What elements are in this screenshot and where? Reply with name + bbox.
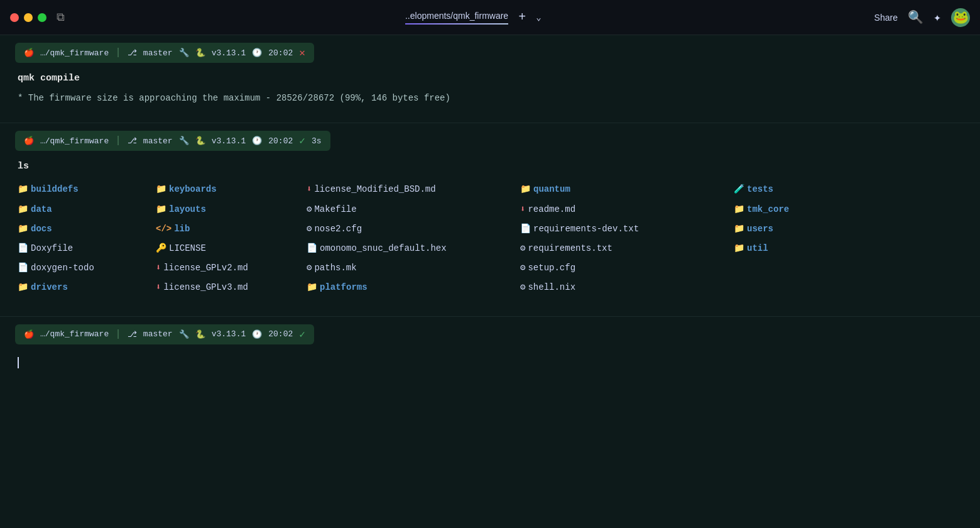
terminal-block-1: 🍎 …/qmk_firmware | ⎇ master 🔧 🐍 v3.13.1 …	[0, 35, 980, 123]
command-2: ls	[0, 158, 980, 177]
clock-icon-1: 🕐	[252, 48, 262, 58]
list-item: </>lib	[156, 221, 307, 237]
list-item: ⬇license_GPLv3.md	[156, 280, 307, 295]
list-item: 📁users	[734, 221, 859, 237]
key-icon: 🔑	[156, 241, 166, 256]
download-icon: ⬇	[156, 280, 161, 295]
terminal-block-3: 🍎 …/qmk_firmware | ⎇ master 🔧 🐍 v3.13.1 …	[0, 317, 980, 388]
clock-icon-3: 🕐	[252, 329, 262, 339]
list-item: 🧪tests	[734, 182, 859, 197]
terminal-block-2: 🍎 …/qmk_firmware | ⎇ master 🔧 🐍 v3.13.1 …	[0, 123, 980, 316]
folder-icon: 📁	[307, 280, 317, 295]
folder-icon: 📁	[734, 221, 744, 237]
list-item	[734, 260, 859, 276]
list-item: ⬇license_Modified_BSD.md	[307, 182, 520, 197]
list-item: ⚙shell.nix	[520, 280, 734, 295]
tab[interactable]: ..elopments/qmk_firmware	[405, 11, 508, 25]
time-2: 20:02	[268, 136, 293, 146]
folder-icon: 📁	[18, 221, 28, 237]
list-item: ⚙nose2.cfg	[307, 221, 520, 237]
tab-underline	[405, 23, 508, 25]
tools-icon-1: 🔧	[179, 48, 189, 58]
file-icon: 📄	[520, 221, 531, 237]
list-item: ⬇license_GPLv2.md	[156, 260, 307, 276]
list-item: ⚙Makefile	[307, 202, 520, 217]
list-item: ⬇readme.md	[520, 202, 734, 217]
gear-icon: ⚙	[307, 202, 312, 217]
gear2-icon: ⚙	[520, 241, 525, 256]
git-icon-2: ⎇	[128, 136, 137, 146]
status-x-1: ✕	[299, 47, 305, 59]
gear-icon: ⚙	[307, 221, 312, 237]
download-icon: ⬇	[307, 182, 312, 197]
python-icon-1: 🐍	[195, 48, 205, 58]
list-item: 📁tmk_core	[734, 202, 859, 217]
traffic-lights	[10, 13, 46, 22]
html-icon: </>	[156, 221, 172, 237]
list-item: 📁util	[734, 241, 859, 256]
list-item: 📁quantum	[520, 182, 734, 197]
branch-1: master	[143, 48, 173, 58]
list-item: 📄omonomo_snuc_default.hex	[307, 241, 520, 256]
branch-3: master	[143, 329, 173, 339]
titlebar-center: ..elopments/qmk_firmware + ⌄	[72, 10, 874, 25]
folder-icon: 📁	[734, 241, 744, 256]
version-2: v3.13.1	[212, 136, 246, 146]
search-icon[interactable]: 🔍	[908, 9, 923, 25]
list-item: 📁layouts	[156, 202, 307, 217]
flask-icon: 🧪	[734, 182, 744, 197]
apple-icon-1: 🍎	[24, 48, 34, 58]
maximize-button[interactable]	[38, 13, 46, 22]
status-check-3: ✓	[299, 328, 305, 341]
share-button[interactable]: Share	[874, 13, 898, 23]
list-item: 📁builddefs	[18, 182, 156, 197]
folder-icon: 📁	[18, 182, 28, 197]
list-item	[734, 280, 859, 295]
download-icon: ⬇	[156, 260, 161, 276]
titlebar-right: Share 🔍 ✦ 🐸	[874, 8, 970, 27]
folder-icon: 📁	[156, 202, 166, 217]
download-icon: ⬇	[520, 202, 525, 217]
ls-output: 📁builddefs 📁keyboards ⬇license_Modified_…	[0, 177, 980, 300]
list-item: ⚙setup.cfg	[520, 260, 734, 276]
command-1: qmk compile	[0, 70, 980, 89]
list-item: 📄doxygen-todo	[18, 260, 156, 276]
divider-1: |	[115, 47, 121, 58]
sparkle-icon[interactable]: ✦	[934, 9, 941, 25]
close-button[interactable]	[10, 13, 19, 22]
python-icon-3: 🐍	[195, 329, 205, 339]
tools-icon-3: 🔧	[179, 329, 189, 339]
list-item: 📁drivers	[18, 280, 156, 295]
titlebar: ⧉ ..elopments/qmk_firmware + ⌄ Share 🔍 ✦…	[0, 0, 980, 35]
list-item: 📁data	[18, 202, 156, 217]
list-item: 📁docs	[18, 221, 156, 237]
version-3: v3.13.1	[212, 329, 246, 339]
clock-icon-2: 🕐	[252, 136, 262, 146]
apple-icon-3: 🍎	[24, 329, 34, 339]
tab-title: ..elopments/qmk_firmware	[405, 11, 508, 21]
git-icon-3: ⎇	[128, 329, 137, 339]
minimize-button[interactable]	[24, 13, 33, 22]
file-icon: 📄	[18, 260, 28, 276]
terminal-input-line[interactable]	[0, 352, 980, 373]
branch-2: master	[143, 136, 173, 146]
avatar[interactable]: 🐸	[951, 8, 970, 27]
divider-3: |	[115, 329, 121, 340]
git-icon-1: ⎇	[128, 48, 137, 58]
gear-icon: ⚙	[520, 260, 525, 276]
folder-icon: 📁	[18, 202, 28, 217]
list-item: 🔑LICENSE	[156, 241, 307, 256]
tools-icon-2: 🔧	[179, 136, 189, 146]
duration-2: 3s	[312, 136, 322, 146]
prompt-bar-3: 🍎 …/qmk_firmware | ⎇ master 🔧 🐍 v3.13.1 …	[15, 324, 314, 344]
list-item: 📄Doxyfile	[18, 241, 156, 256]
gear2-icon: ⚙	[307, 260, 312, 276]
apple-icon-2: 🍎	[24, 136, 34, 146]
folder-icon: 📁	[18, 280, 28, 295]
new-tab-button[interactable]: +	[518, 10, 526, 25]
tab-switcher-icon[interactable]: ⧉	[57, 11, 65, 24]
prompt-bar-1: 🍎 …/qmk_firmware | ⎇ master 🔧 🐍 v3.13.1 …	[15, 43, 314, 63]
version-1: v3.13.1	[212, 48, 246, 58]
time-1: 20:02	[268, 48, 293, 58]
tab-dropdown-icon[interactable]: ⌄	[536, 12, 541, 23]
